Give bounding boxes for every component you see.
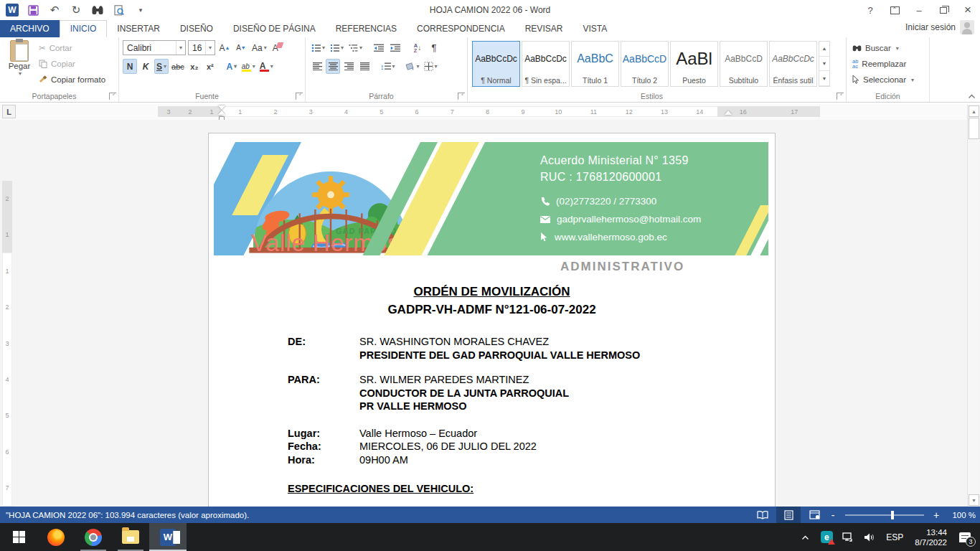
highlight-color-button[interactable]: ab▾ (240, 59, 257, 74)
tab-insertar[interactable]: INSERTAR (107, 20, 170, 37)
clear-formatting-button[interactable]: A (270, 40, 285, 55)
right-indent-marker[interactable] (725, 110, 732, 115)
tab-diseno[interactable]: DISEÑO (170, 20, 223, 37)
zoom-slider[interactable] (845, 514, 924, 516)
hanging-indent-marker[interactable] (218, 110, 225, 115)
scroll-down-button[interactable]: ▼ (969, 494, 979, 506)
first-line-indent-marker[interactable] (218, 105, 225, 110)
bold-button[interactable]: N (123, 59, 137, 74)
tab-referencias[interactable]: REFERENCIAS (326, 20, 407, 37)
tray-expand-chevron[interactable] (796, 523, 814, 551)
zoom-slider-thumb[interactable] (891, 511, 894, 519)
clipboard-dialog-launcher[interactable] (109, 93, 116, 100)
collapse-ribbon-button[interactable] (968, 93, 976, 99)
format-painter-button[interactable]: Copiar formato (39, 72, 105, 88)
align-center-button[interactable] (326, 59, 340, 74)
copy-button[interactable]: Copiar (39, 56, 105, 72)
subscript-button[interactable]: x₂ (187, 59, 202, 74)
status-message[interactable]: "HOJA CAMION 2022 06": 103.994 caractere… (0, 511, 249, 519)
align-left-button[interactable] (310, 59, 324, 74)
borders-button[interactable]: ▾ (423, 59, 439, 74)
style-enfasis-sutil[interactable]: AaBbCcDcÉnfasis sutil (769, 41, 817, 87)
styles-scroll-up[interactable]: ▲ (819, 42, 829, 57)
tab-selector[interactable]: L (2, 105, 16, 118)
scrollbar-thumb[interactable] (969, 118, 979, 139)
justify-button[interactable] (357, 59, 372, 74)
styles-dialog-launcher[interactable] (837, 93, 844, 100)
font-color-button[interactable]: A▾ (258, 59, 275, 74)
help-button[interactable]: ? (858, 0, 882, 20)
read-mode-button[interactable] (750, 507, 775, 523)
find-button[interactable]: Buscar▾ (847, 40, 929, 56)
font-dialog-launcher[interactable] (296, 93, 303, 100)
strikethrough-button[interactable]: abc (170, 59, 186, 74)
style-titulo-2[interactable]: AaBbCcDTítulo 2 (621, 41, 669, 87)
change-case-button[interactable]: Aa▾ (250, 40, 268, 55)
sort-button[interactable]: AZ↓ (410, 40, 425, 55)
style-puesto[interactable]: AaBlPuesto (670, 41, 718, 87)
taskbar-firefox[interactable] (37, 523, 75, 551)
paste-dropdown-arrow[interactable]: ▾ (19, 70, 22, 77)
zoom-value[interactable]: 100 % (943, 511, 976, 519)
status-bar: "HOJA CAMION 2022 06": 103.994 caractere… (0, 507, 980, 523)
tab-diseno-de-pagina[interactable]: DISEÑO DE PÁGINA (223, 20, 326, 37)
action-center-button[interactable]: 3 (954, 523, 976, 551)
multilevel-list-button[interactable]: ▾ (347, 40, 364, 55)
text-effects-button[interactable]: A▾ (225, 59, 239, 74)
tab-archivo[interactable]: ARCHIVO (0, 20, 60, 37)
show-marks-button[interactable]: ¶ (427, 40, 441, 55)
start-button[interactable] (0, 523, 37, 551)
network-icon[interactable] (839, 523, 857, 551)
tab-inicio[interactable]: INICIO (60, 20, 108, 37)
numbering-button[interactable]: ▾ (329, 40, 345, 55)
eset-tray-icon[interactable]: e (817, 523, 836, 551)
doc-body[interactable]: DE:SR. WASHINGTON MORALES CHAVEZ PRESIDE… (288, 335, 718, 496)
vertical-scrollbar[interactable]: ▲ ▼ (967, 105, 979, 507)
style-normal[interactable]: AaBbCcDc¶ Normal (472, 41, 520, 87)
volume-icon[interactable] (860, 523, 879, 551)
close-button[interactable]: × (956, 0, 980, 20)
taskbar-word[interactable]: W (149, 523, 187, 551)
shading-button[interactable]: ▾ (404, 59, 421, 74)
document-page[interactable]: GAD PARROQUIAL Valle Hermoso Acuerdo Min… (208, 133, 776, 507)
align-right-button[interactable] (341, 59, 356, 74)
tab-vista[interactable]: VISTA (573, 20, 617, 37)
grow-font-button[interactable]: A▲ (217, 40, 232, 55)
decrease-indent-button[interactable] (372, 40, 386, 55)
superscript-button[interactable]: x² (203, 59, 217, 74)
font-size-combo[interactable]: 16▾ (188, 40, 215, 55)
style-sin-espaciado[interactable]: AaBbCcDc¶ Sin espa... (522, 41, 570, 87)
increase-indent-button[interactable] (388, 40, 402, 55)
taskbar-explorer[interactable] (112, 523, 149, 551)
web-layout-button[interactable] (802, 507, 826, 523)
shrink-font-button[interactable]: A▼ (234, 40, 248, 55)
line-spacing-button[interactable]: ↕▾ (379, 59, 397, 74)
style-titulo-1[interactable]: AaBbCTítulo 1 (571, 41, 619, 87)
zoom-in-button[interactable]: + (931, 509, 941, 521)
doc-subtitle: GADPR-VH-ADMF N°121-06-07-2022 (209, 303, 775, 317)
font-family-combo[interactable]: Calibri▾ (123, 40, 186, 55)
italic-button[interactable]: K (138, 59, 153, 74)
bullets-button[interactable]: ▾ (310, 40, 326, 55)
replace-button[interactable]: abac Reemplazar (847, 56, 929, 72)
cut-button[interactable]: ✂Cortar (39, 40, 105, 56)
select-button[interactable]: Seleccionar▾ (847, 72, 929, 88)
styles-gallery-more[interactable]: ▼ (819, 71, 829, 86)
minimize-button[interactable]: – (907, 0, 931, 20)
language-indicator[interactable]: ESP (882, 532, 908, 542)
paste-button[interactable]: Pegar ▾ (4, 40, 34, 88)
taskbar-chrome[interactable] (75, 523, 112, 551)
tab-correspondencia[interactable]: CORRESPONDENCIA (407, 20, 515, 37)
clock[interactable]: 13:448/7/2022 (910, 527, 951, 547)
sign-in[interactable]: Iniciar sesión (905, 20, 974, 34)
zoom-out-button[interactable]: - (828, 509, 838, 521)
ribbon-display-options-button[interactable] (882, 0, 907, 20)
print-layout-button[interactable] (776, 507, 801, 523)
underline-button[interactable]: S▾ (154, 59, 169, 74)
paragraph-dialog-launcher[interactable] (458, 93, 465, 100)
style-subtitulo[interactable]: AaBbCcDSubtítulo (720, 41, 768, 87)
tab-revisar[interactable]: REVISAR (515, 20, 573, 37)
restore-button[interactable] (931, 0, 956, 20)
scroll-up-button[interactable]: ▲ (969, 105, 979, 117)
styles-scroll-down[interactable]: ▼ (819, 57, 829, 72)
